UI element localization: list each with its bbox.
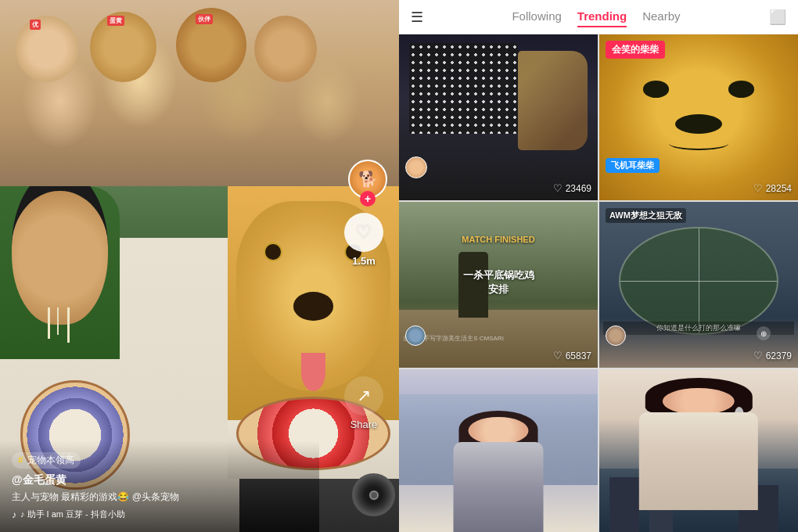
heart-button-section[interactable]: ♡ 1.5m [344, 213, 383, 267]
dog-tag-3: 伙伴 [196, 14, 213, 24]
creator-avatar-4 [606, 325, 626, 346]
noodle-2 [57, 307, 59, 335]
grid-item-pubg[interactable]: MATCH FINISHED 一杀平底锅吃鸡安排 击 你的手写字游美生活主S C… [399, 202, 598, 368]
dogs-area: 优 蛋黄 伙伴 [0, 0, 399, 202]
building-1 [609, 477, 639, 532]
tab-nearby[interactable]: Nearby [642, 6, 680, 27]
tab-trending[interactable]: Trending [577, 6, 627, 27]
shiba-badge-1: 会笑的柴柴 [606, 41, 665, 59]
like-heart-icon-4: ♡ [753, 350, 763, 361]
heart-count: 1.5m [352, 255, 376, 267]
share-icon[interactable]: ↗ [344, 376, 383, 415]
shiba-eye-right [728, 81, 754, 97]
grid-item-sniper[interactable]: AWM梦想之狙无敌 你知道是什么打的那么准嘛 ⊕ ♡ 62379 [599, 202, 798, 368]
disc-center [369, 491, 379, 500]
girl1-figure [449, 411, 548, 532]
hamburger-menu-icon[interactable]: ☰ [411, 9, 423, 26]
dog-tongue [301, 353, 326, 391]
top-navigation: ☰ Following Trending Nearby ⬜ [399, 0, 798, 34]
man-head [12, 186, 107, 325]
dog-eye-left [264, 243, 282, 261]
right-panel: ☰ Following Trending Nearby ⬜ ♡ [399, 0, 798, 532]
dog-nose [293, 292, 333, 320]
like-number-4: 62379 [766, 350, 792, 361]
awm-title: AWM梦想之狙无敌 [606, 208, 686, 223]
music-note-icon: ♪ [12, 509, 16, 520]
hashtag-badge: # 宠物本领高 [12, 452, 81, 469]
dog-tag-1: 优 [30, 20, 41, 30]
like-count-4: ♡ 62379 [753, 350, 792, 361]
like-number-3: 65837 [566, 350, 591, 361]
like-heart-icon-1: ♡ [553, 182, 563, 194]
like-heart-icon-3: ♡ [553, 350, 563, 361]
share-button-section[interactable]: ↗ Share [344, 376, 383, 430]
music-disc [352, 473, 395, 516]
grid-item-shiba-dog[interactable]: 会笑的柴柴 飞机耳柴柴 ♡ 28254 [599, 34, 798, 200]
like-count-1: ♡ 23469 [553, 182, 591, 194]
grid-item-girl-portrait[interactable] [599, 369, 798, 532]
shiba-badge-2: 飞机耳柴柴 [606, 158, 660, 173]
grid-item-girl-outdoor[interactable] [399, 369, 598, 532]
dog-4 [254, 16, 317, 82]
video-description: 主人与宠物 最精彩的游戏😂 @头条宠物 [12, 491, 307, 504]
girl2-jacket [639, 412, 758, 510]
main-video-panel: 优 蛋黄 伙伴 [0, 0, 399, 532]
video-grid: ♡ 23469 会笑的柴柴 飞机耳柴柴 ♡ [399, 34, 798, 532]
heart-icon[interactable]: ♡ [344, 213, 383, 252]
like-number-1: 23469 [566, 183, 591, 194]
like-number-2: 28254 [766, 183, 792, 194]
app-container: 优 蛋黄 伙伴 [0, 0, 798, 532]
girl1-body [454, 442, 543, 532]
like-heart-icon-2: ♡ [753, 182, 763, 194]
creator-avatar-section: 🐕 + [348, 160, 387, 207]
girl1-face [469, 417, 528, 444]
creator-name[interactable]: @金毛蛋黄 [12, 473, 307, 487]
girl2-face [663, 388, 734, 415]
noodle-1 [48, 307, 50, 339]
dog-2: 蛋黄 [90, 12, 156, 82]
guitar-shape [518, 51, 588, 150]
dog-3: 伙伴 [176, 8, 246, 82]
dog-1: 优 [16, 16, 78, 82]
pubg-match-finished: MATCH FINISHED [462, 235, 534, 244]
polka-top [409, 43, 519, 135]
hashtag-icon: # [18, 455, 23, 466]
like-count-2: ♡ 28254 [753, 182, 792, 194]
music-info: ♪ ♪ 助手 I am 豆芽 - 抖音小助 [12, 509, 307, 520]
follow-button[interactable]: + [360, 191, 376, 207]
creator-avatar-3 [405, 325, 426, 346]
creator-avatar-1 [405, 156, 427, 178]
camera-icon[interactable]: ⬜ [769, 9, 786, 26]
girl2-figure [639, 378, 758, 511]
share-label: Share [350, 419, 378, 430]
noodle-3 [67, 307, 70, 343]
pubg-chinese-title: 一杀平底锅吃鸡安排 [463, 268, 534, 297]
dog-tag-2: 蛋黄 [107, 16, 124, 26]
grid-item-music-girl[interactable]: ♡ 23469 [399, 34, 598, 200]
nav-tabs: Following Trending Nearby [439, 6, 753, 27]
sniper-icon: ⊕ [757, 326, 771, 340]
shiba-eye-left [643, 81, 669, 97]
like-count-3: ♡ 65837 [553, 350, 591, 361]
video-info-overlay: # 宠物本领高 @金毛蛋黄 主人与宠物 最精彩的游戏😂 @头条宠物 ♪ ♪ 助手… [0, 440, 319, 532]
tab-following[interactable]: Following [512, 6, 561, 27]
crosshair-v [699, 228, 699, 333]
scope-circle [619, 227, 778, 335]
